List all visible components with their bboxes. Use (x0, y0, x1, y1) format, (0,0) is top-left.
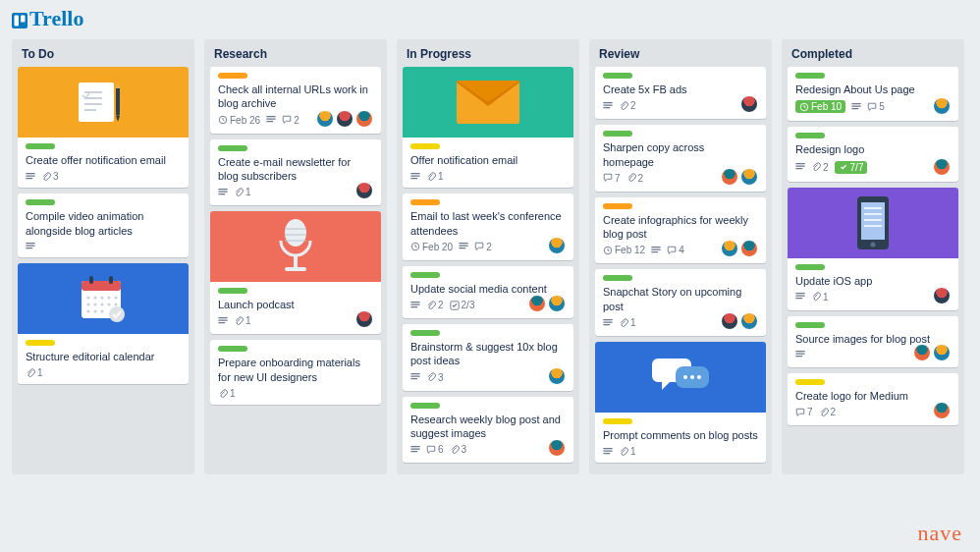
card-labels (410, 143, 566, 149)
list-title[interactable]: Completed (788, 45, 958, 67)
checklist-icon (839, 162, 848, 172)
card[interactable]: Create logo for Medium72 (788, 373, 958, 425)
avatar[interactable] (355, 310, 373, 328)
label-orange[interactable] (218, 73, 247, 79)
label-green[interactable] (410, 330, 440, 336)
card[interactable]: Prompt comments on blog posts1 (595, 342, 766, 463)
list[interactable]: To DoCreate offer notification email3Com… (12, 39, 194, 474)
card[interactable]: Create infographics for weekly blog post… (595, 197, 766, 264)
avatar[interactable] (933, 97, 951, 115)
card[interactable]: Check all internal URLs work in blog arc… (210, 67, 381, 134)
list[interactable]: In ProgressOffer notification email1Emai… (397, 39, 579, 474)
card[interactable]: Create offer notification email3 (18, 67, 189, 188)
label-green[interactable] (218, 145, 247, 151)
label-green[interactable] (795, 73, 825, 79)
avatar[interactable] (740, 95, 758, 113)
comment-icon (667, 246, 677, 255)
label-orange[interactable] (410, 199, 440, 205)
description-icon (603, 318, 613, 328)
card-labels (218, 145, 373, 151)
avatar[interactable] (933, 402, 951, 419)
attachments-badge: 1 (234, 315, 251, 326)
avatar[interactable] (740, 168, 758, 186)
label-green[interactable] (603, 73, 632, 79)
label-yellow[interactable] (603, 418, 632, 424)
card[interactable]: Email to last week's conference attendee… (403, 193, 573, 260)
label-green[interactable] (603, 275, 632, 281)
card[interactable]: Sharpen copy across homepage72 (595, 125, 766, 192)
attachment-icon (619, 447, 628, 457)
card-labels (603, 203, 758, 209)
label-green[interactable] (218, 288, 247, 294)
card[interactable]: Structure editorial calendar1 (18, 263, 189, 384)
card[interactable]: Redesign logo27/7 (788, 127, 958, 181)
avatar[interactable] (548, 237, 566, 254)
avatar[interactable] (355, 110, 373, 128)
avatar[interactable] (933, 158, 951, 176)
label-green[interactable] (603, 131, 632, 137)
label-yellow[interactable] (26, 340, 55, 346)
avatar[interactable] (528, 295, 546, 312)
list-title[interactable]: In Progress (403, 45, 573, 67)
avatar[interactable] (355, 182, 373, 199)
list[interactable]: CompletedRedesign About Us pageFeb 105Re… (782, 39, 964, 474)
avatar[interactable] (913, 344, 931, 361)
list-title[interactable]: Research (210, 45, 381, 67)
card[interactable]: Brainstorm & suggest 10x blog post ideas… (403, 324, 573, 391)
label-yellow[interactable] (795, 379, 825, 385)
description-badge (651, 246, 661, 255)
description-badge (410, 445, 420, 455)
avatar[interactable] (721, 240, 738, 257)
card[interactable]: Update iOS app1 (788, 188, 958, 310)
card[interactable]: Compile video animation alongside blog a… (18, 193, 189, 257)
card[interactable]: Redesign About Us pageFeb 105 (788, 67, 958, 121)
card[interactable]: Update social media content22/3 (403, 266, 573, 318)
label-green[interactable] (410, 272, 440, 278)
attachment-icon (426, 301, 436, 310)
checklist-icon (450, 301, 460, 310)
avatar[interactable] (721, 168, 738, 186)
avatar[interactable] (740, 240, 758, 257)
label-orange[interactable] (603, 203, 632, 209)
list[interactable]: ResearchCheck all internal URLs work in … (204, 39, 387, 474)
avatar[interactable] (548, 295, 566, 312)
list[interactable]: ReviewCreate 5x FB ads2Sharpen copy acro… (589, 39, 772, 474)
card[interactable]: Offer notification email1 (403, 67, 573, 188)
avatar[interactable] (316, 110, 334, 128)
label-green[interactable] (410, 403, 440, 409)
label-green[interactable] (26, 199, 55, 205)
label-green[interactable] (795, 133, 825, 138)
attachments-badge: 2 (626, 173, 644, 184)
card[interactable]: Create e-mail newsletter for blog subscr… (210, 139, 381, 206)
avatar[interactable] (740, 312, 758, 330)
label-green[interactable] (795, 322, 825, 328)
label-green[interactable] (26, 143, 55, 149)
attachments-badge: 1 (218, 388, 236, 399)
card-badges (26, 242, 181, 251)
trello-logo[interactable]: Trello (12, 6, 83, 31)
avatar[interactable] (548, 367, 566, 385)
card[interactable]: Source images for blog post (788, 316, 958, 367)
avatar[interactable] (933, 344, 951, 361)
svg-point-22 (93, 309, 96, 312)
avatar[interactable] (933, 287, 951, 304)
card[interactable]: Prepare onboarding materials for new UI … (210, 340, 381, 405)
description-badge (26, 242, 35, 251)
due-badge: Feb 20 (410, 242, 453, 252)
description-badge (459, 242, 468, 251)
avatar[interactable] (721, 312, 738, 330)
svg-point-40 (690, 375, 694, 379)
avatar[interactable] (548, 439, 566, 457)
list-title[interactable]: To Do (18, 45, 189, 67)
avatar[interactable] (336, 110, 354, 128)
card-title: Create 5x FB ads (603, 83, 758, 96)
list-title[interactable]: Review (595, 45, 766, 67)
card[interactable]: Create 5x FB ads2 (595, 67, 766, 119)
label-yellow[interactable] (410, 143, 440, 149)
card[interactable]: Snapchat Story on upcoming post1 (595, 269, 766, 336)
card[interactable]: Launch podcast1 (210, 211, 381, 334)
label-green[interactable] (218, 346, 247, 352)
card[interactable]: Research weekly blog post and suggest im… (403, 397, 573, 464)
label-green[interactable] (795, 264, 825, 270)
description-badge (26, 172, 35, 182)
